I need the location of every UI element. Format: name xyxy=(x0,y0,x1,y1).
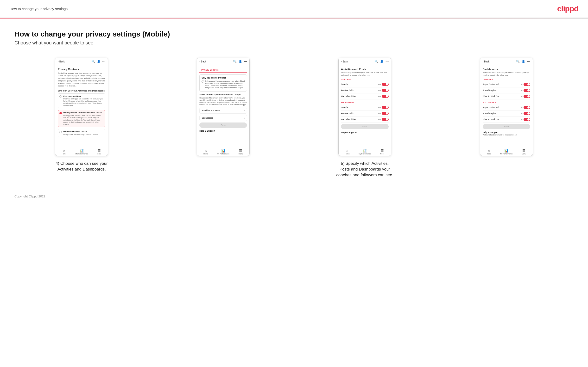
caption-3: 5) Specify which Activities, Posts and D… xyxy=(336,161,394,178)
toggle-coaches-player-dash: Player Dashboard ON xyxy=(483,81,530,87)
tab-performance-4[interactable]: 📊 My Performance xyxy=(498,149,515,155)
toggle-switch-cww[interactable] xyxy=(524,95,530,98)
toggle-switch-cpd[interactable] xyxy=(524,83,530,86)
option-only-you-desc: Only you and the coaches you connect wit… xyxy=(63,133,97,135)
save-button-3[interactable]: Save xyxy=(341,124,389,129)
radio-approved[interactable] xyxy=(59,112,62,114)
profile-icon[interactable]: 👤 xyxy=(97,60,101,63)
dropdown-option: Only you and the coaches you connect wit… xyxy=(201,80,245,89)
followers-manual-label: Manual Activities xyxy=(341,118,356,121)
toggle-followers-drills: Practice Drills ON xyxy=(341,110,389,117)
menu-icon[interactable]: ••• xyxy=(103,60,106,63)
followers-what-to-work-label: What To Work On xyxy=(483,118,499,121)
coaches-manual-label: Manual Activities xyxy=(341,95,356,98)
tab-home-1[interactable]: ⌂ Home xyxy=(55,149,73,155)
feature-row-activities[interactable]: Activities and Posts › xyxy=(199,108,247,114)
option-approved[interactable]: Only Approved Followers and Your Coach O… xyxy=(58,110,105,127)
toggle-switch-fd[interactable] xyxy=(382,112,389,115)
tab-performance-2[interactable]: 📊 My Performance xyxy=(215,149,232,155)
menu-icon-2[interactable]: ••• xyxy=(244,60,247,63)
toggle-switch-fpd[interactable] xyxy=(524,106,530,109)
nav-icons-1: 🔍 👤 ••• xyxy=(91,60,106,63)
phone-mockup-1: ‹Back 🔍 👤 ••• Privacy Controls Control h… xyxy=(55,58,108,156)
back-button-1[interactable]: ‹Back xyxy=(58,60,65,63)
followers-manual-toggle[interactable]: ON xyxy=(378,118,389,121)
search-icon-3[interactable]: 🔍 xyxy=(374,60,378,63)
option-only-you-label: Only You and Your Coach xyxy=(63,131,97,133)
tab-home-3[interactable]: ⌂ Home xyxy=(339,149,356,155)
coaches-manual-toggle[interactable]: ON xyxy=(378,95,389,98)
menu-icon-4[interactable]: ••• xyxy=(527,60,530,63)
show-hide-desc: Regardless of the privacy controls that … xyxy=(199,97,247,105)
tab-home-label-2: Home xyxy=(203,153,208,155)
coaches-what-to-work-label: What To Work On xyxy=(483,95,499,98)
dashboards-title: Dashboards xyxy=(483,68,530,71)
toggle-switch-fri[interactable] xyxy=(524,112,530,115)
phone-body-2: Privacy Controls Only You and Your Coach… xyxy=(197,65,249,147)
tab-performance-1[interactable]: 📊 My Performance xyxy=(73,149,90,155)
option-only-you[interactable]: Only You and Your Coach Only you and the… xyxy=(58,129,105,137)
tab-menu-3[interactable]: ☰ Menu xyxy=(373,149,391,155)
search-icon-2[interactable]: 🔍 xyxy=(233,60,237,63)
coaches-player-dash-toggle[interactable]: ON xyxy=(520,83,530,86)
save-button-4[interactable]: Save xyxy=(483,124,530,129)
followers-player-dash-toggle[interactable]: ON xyxy=(520,106,530,109)
coaches-rounds-toggle[interactable]: ON xyxy=(378,83,389,86)
search-icon-4[interactable]: 🔍 xyxy=(516,60,520,63)
profile-icon-2[interactable]: 👤 xyxy=(239,60,242,63)
menu-icon-3[interactable]: ••• xyxy=(386,60,389,63)
followers-drills-toggle[interactable]: ON xyxy=(378,112,389,115)
back-button-3[interactable]: ‹Back xyxy=(341,60,348,63)
toggle-coaches-what-to-work: What To Work On ON xyxy=(483,93,530,100)
tab-performance-3[interactable]: 📊 My Performance xyxy=(356,149,374,155)
phone-nav-4: ‹Back 🔍 👤 ••• xyxy=(480,58,533,65)
radio-everyone[interactable] xyxy=(59,95,62,98)
followers-round-insights-toggle[interactable]: ON xyxy=(520,112,530,115)
copyright: Copyright Clippd 2022 xyxy=(14,195,45,198)
radio-only-you-coach[interactable] xyxy=(201,80,204,83)
save-button-2[interactable]: Save xyxy=(199,123,247,128)
feature-row-dashboards[interactable]: Dashboards › xyxy=(199,115,247,121)
tab-menu-label-3: Menu xyxy=(380,153,385,155)
profile-icon-3[interactable]: 👤 xyxy=(380,60,384,63)
privacy-controls-tab[interactable]: Privacy Controls xyxy=(199,68,221,73)
coaches-what-to-work-toggle[interactable]: ON xyxy=(520,95,530,98)
coaches-round-insights-toggle[interactable]: ON xyxy=(520,89,530,92)
coaches-rounds-label: Rounds xyxy=(341,83,348,85)
option-everyone-label: Everyone on Clippd xyxy=(63,95,104,97)
tab-home-2[interactable]: ⌂ Home xyxy=(197,149,215,155)
radio-only-you[interactable] xyxy=(59,131,62,133)
followers-drills-label: Practice Drills xyxy=(341,112,354,115)
toggle-switch-fm[interactable] xyxy=(382,118,389,121)
followers-what-to-work-toggle[interactable]: ON xyxy=(520,118,530,121)
toggle-switch-fr[interactable] xyxy=(382,106,389,109)
screenshot-group-3: ‹Back 🔍 👤 ••• Activities and Posts Selec… xyxy=(298,58,432,178)
activities-title: Activities and Posts xyxy=(341,68,389,71)
toggle-switch-fww[interactable] xyxy=(524,118,530,121)
toggle-switch-cr[interactable] xyxy=(382,83,389,86)
phone-nav-2: ‹Back 🔍 👤 ••• xyxy=(197,58,249,65)
toggle-switch-cm[interactable] xyxy=(382,95,389,98)
search-icon[interactable]: 🔍 xyxy=(91,60,95,63)
tab-home-4[interactable]: ⌂ Home xyxy=(480,149,498,155)
menu-icon-tab: ☰ xyxy=(98,149,101,152)
profile-icon-4[interactable]: 👤 xyxy=(522,60,525,63)
coaches-drills-toggle[interactable]: ON xyxy=(378,89,389,92)
toggle-coaches-manual: Manual Activities ON xyxy=(341,93,389,100)
show-hide-title: Show or hide specific features in Clippd xyxy=(199,93,247,96)
toggle-followers-player-dash: Player Dashboard ON xyxy=(483,104,530,110)
back-button-4[interactable]: ‹Back xyxy=(483,60,490,63)
tab-menu-2[interactable]: ☰ Menu xyxy=(232,149,249,155)
help-support-label-3: Help & Support xyxy=(341,131,389,133)
toggle-followers-manual: Manual Activities ON xyxy=(341,117,389,123)
followers-rounds-toggle[interactable]: ON xyxy=(378,106,389,109)
tab-menu-1[interactable]: ☰ Menu xyxy=(90,149,108,155)
performance-icon-2: 📊 xyxy=(221,149,225,152)
toggle-followers-what-to-work: What To Work On ON xyxy=(483,117,530,123)
tab-menu-4[interactable]: ☰ Menu xyxy=(515,149,533,155)
toggle-switch-cd[interactable] xyxy=(382,89,389,92)
back-button-2[interactable]: ‹Back xyxy=(199,60,206,63)
option-everyone[interactable]: Everyone on Clippd Everyone on Clippd ca… xyxy=(58,93,105,108)
toggle-switch-cri[interactable] xyxy=(524,89,530,92)
followers-player-dash-label: Player Dashboard xyxy=(483,106,499,108)
